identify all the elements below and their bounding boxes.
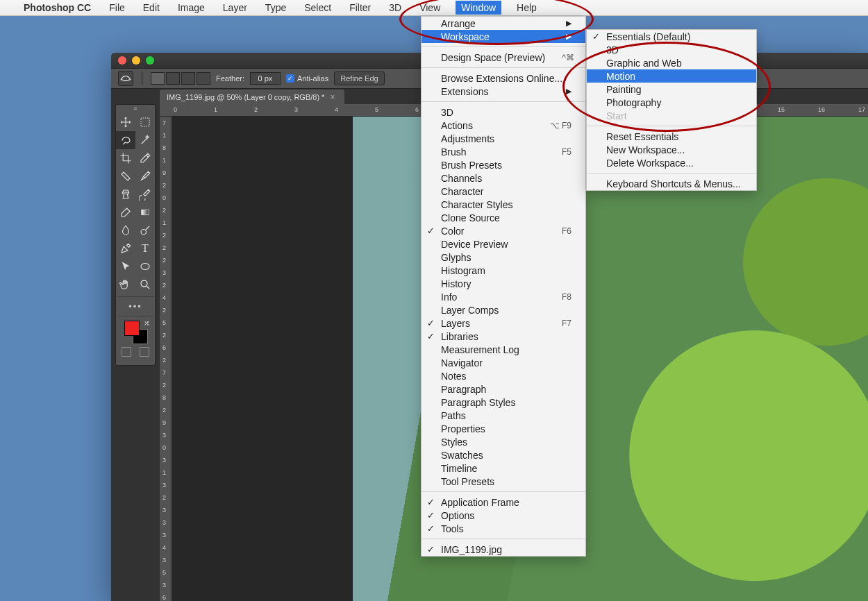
app-name[interactable]: Photoshop CC [21,1,94,15]
toolbox-more[interactable]: ••• [116,300,155,313]
tool-hand[interactable] [116,276,135,294]
toolbox-handle[interactable]: ≡ [116,105,155,113]
window-minimize-button[interactable] [132,56,140,65]
window-zoom-button[interactable] [146,56,154,65]
menu-item-workspace-preset[interactable]: Graphic and Web [587,56,756,69]
vertical-ruler[interactable]: 7181920212223242526272829303132333435363… [160,117,172,601]
menu-item-workspace[interactable]: Workspace ▶ [422,30,585,43]
menu-item-panel[interactable]: ✓ColorF6 [422,224,585,237]
menu-item-panel[interactable]: Histogram [422,264,585,277]
tool-blur[interactable] [116,221,135,239]
menu-item-panel[interactable]: 3D [422,105,585,119]
menu-help[interactable]: Help [514,1,540,15]
menu-item-workspace-preset[interactable]: Photography [587,96,756,109]
screen-mode-icon[interactable] [140,347,149,357]
menu-item-panel[interactable]: Styles [422,435,585,448]
menu-item-frame[interactable]: ✓Application Frame [422,496,585,509]
tool-gradient[interactable] [135,203,155,221]
menu-item-frame[interactable]: ✓Tools [422,522,585,535]
document-tab[interactable]: IMG_1199.jpg @ 50% (Layer 0 copy, RGB/8)… [160,90,344,104]
menu-item-panel[interactable]: Navigator [422,356,585,369]
menu-item-panel[interactable]: Character Styles [422,198,585,211]
menu-item-workspace-preset[interactable]: 3D [587,43,756,56]
menu-item-panel[interactable]: Notes [422,369,585,382]
menu-item-new-workspace[interactable]: New Workspace... [587,143,756,156]
selection-new[interactable] [151,72,165,85]
menu-item-browse-extensions[interactable]: Browse Extensions Online... [422,71,585,85]
menu-item-extensions[interactable]: Extensions ▶ [422,85,585,98]
menu-3d[interactable]: 3D [386,1,404,15]
tool-marquee[interactable] [135,113,155,131]
menu-item-workspace-preset[interactable]: ✓Essentials (Default) [587,30,756,43]
menu-item-frame[interactable]: ✓Options [422,509,585,522]
menu-image[interactable]: Image [175,1,208,15]
menu-layer[interactable]: Layer [220,1,250,15]
menu-item-panel[interactable]: History [422,277,585,290]
tool-path-select[interactable] [116,257,135,276]
quick-mask-icon[interactable] [122,347,131,357]
tool-history-brush[interactable] [135,185,155,203]
foreground-color[interactable] [124,321,140,336]
tool-pen[interactable] [116,239,135,257]
menu-item-workspace-preset[interactable]: Painting [587,83,756,96]
refine-edge-button[interactable]: Refine Edg [334,71,384,85]
menu-item-panel[interactable]: Glyphs [422,251,585,264]
selection-add[interactable] [166,72,180,85]
color-swatches[interactable]: ⤭ [120,319,152,343]
menu-item-design-space[interactable]: Design Space (Preview) ^⌘ [422,51,585,64]
close-icon[interactable]: × [330,92,335,102]
menu-item-panel[interactable]: Measurement Log [422,343,585,356]
tool-spot-heal[interactable] [116,167,135,185]
tool-magic-wand[interactable] [135,131,155,149]
tool-eraser[interactable] [116,203,135,221]
menu-item-panel[interactable]: Layer Comps [422,303,585,316]
menu-item-panel[interactable]: BrushF5 [422,145,585,158]
tool-dodge[interactable] [135,221,155,239]
menu-view[interactable]: View [417,1,443,15]
menu-item-panel[interactable]: ✓LayersF7 [422,316,585,330]
menu-item-delete-workspace[interactable]: Delete Workspace... [587,156,756,169]
menu-item-panel[interactable]: Clone Source [422,211,585,224]
menu-item-panel[interactable]: Paths [422,409,585,422]
menu-item-panel[interactable]: Character [422,185,585,198]
selection-intersect[interactable] [197,72,210,85]
menu-item-workspace-preset[interactable]: Motion [587,69,756,83]
menu-item-panel[interactable]: InfoF8 [422,290,585,303]
menu-select[interactable]: Select [301,1,334,15]
menu-item-panel[interactable]: Device Preview [422,237,585,251]
menu-item-panel[interactable]: Timeline [422,462,585,475]
menu-item-reset-essentials[interactable]: Reset Essentials [587,130,756,143]
tool-type[interactable]: T [135,239,155,257]
tool-eyedropper[interactable] [135,149,155,167]
tool-ellipse-shape[interactable] [135,257,155,276]
feather-input[interactable]: 0 px [250,72,281,85]
current-tool-icon[interactable] [118,71,133,86]
swap-colors-icon[interactable]: ⤭ [144,319,149,327]
menu-item-panel[interactable]: Paragraph [422,382,585,396]
menu-window[interactable]: Window [456,1,501,15]
tool-move[interactable] [116,113,135,131]
menu-file[interactable]: File [106,1,128,15]
menu-item-panel[interactable]: Brush Presets [422,158,585,171]
antialias-checkbox[interactable]: ✓ Anti-alias [286,74,328,83]
tool-brush[interactable] [135,167,155,185]
menu-item-panel[interactable]: Adjustments [422,132,585,145]
tool-zoom[interactable] [135,276,155,294]
menu-item-panel[interactable]: Actions⌥ F9 [422,119,585,132]
menu-item-panel[interactable]: Paragraph Styles [422,396,585,409]
selection-subtract[interactable] [181,72,195,85]
menu-item-panel[interactable]: Swatches [422,448,585,462]
menu-item-arrange[interactable]: Arrange ▶ [422,17,585,30]
tool-lasso[interactable] [116,131,135,149]
menu-type[interactable]: Type [262,1,289,15]
menu-item-open-doc[interactable]: ✓ IMG_1199.jpg [422,543,585,556]
menu-item-panel[interactable]: Channels [422,171,585,185]
tool-clone[interactable] [116,185,135,203]
window-close-button[interactable] [118,56,126,65]
menu-item-panel[interactable]: Tool Presets [422,475,585,488]
menu-edit[interactable]: Edit [140,1,162,15]
menu-item-keyboard-shortcuts[interactable]: Keyboard Shortcuts & Menus... [587,177,756,190]
menu-filter[interactable]: Filter [347,1,374,15]
menu-item-panel[interactable]: Properties [422,422,585,435]
menu-item-panel[interactable]: ✓Libraries [422,330,585,343]
